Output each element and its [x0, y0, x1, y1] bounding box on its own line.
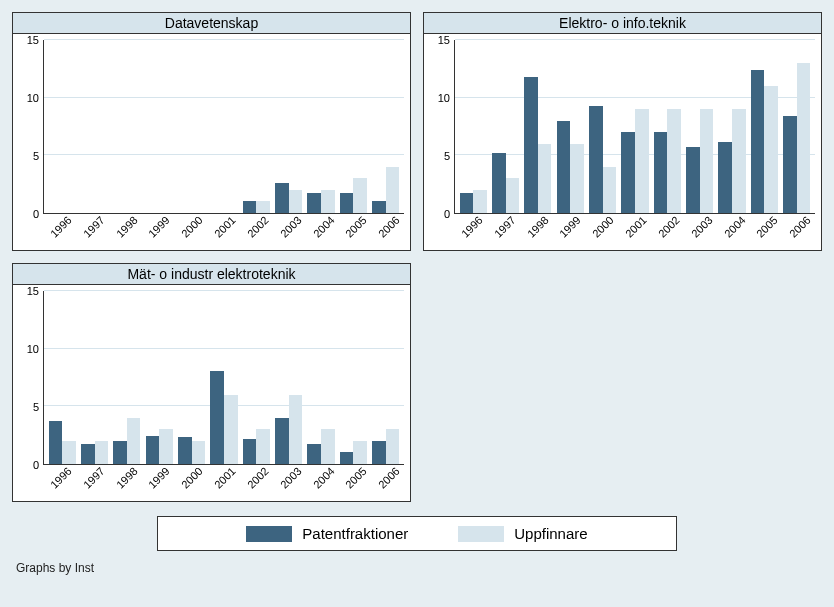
bar-group — [489, 40, 521, 213]
bar-uppfinnare — [797, 63, 811, 213]
bar-uppfinnare — [506, 178, 520, 213]
y-tick: 0 — [33, 459, 39, 471]
bar-group — [78, 291, 110, 464]
bar-group — [716, 40, 748, 213]
bar-group — [305, 291, 337, 464]
bar-group — [370, 291, 402, 464]
panel-title: Mät- o industr elektroteknik — [13, 264, 410, 285]
bar-patentfraktioner — [81, 444, 95, 464]
legend: Patentfraktioner Uppfinnare — [157, 516, 677, 551]
legend-label-2: Uppfinnare — [514, 525, 587, 542]
y-tick: 5 — [444, 150, 450, 162]
bar-group — [143, 40, 175, 213]
bar-group — [522, 40, 554, 213]
bar-patentfraktioner — [178, 437, 192, 464]
x-axis: 1996199719981999200020012002200320042005… — [43, 214, 404, 250]
bar-group — [457, 40, 489, 213]
bar-group — [208, 291, 240, 464]
y-tick: 15 — [27, 285, 39, 297]
bar-group — [273, 291, 305, 464]
y-tick: 15 — [27, 34, 39, 46]
bar-uppfinnare — [256, 429, 270, 464]
panel-title: Datavetenskap — [13, 13, 410, 34]
bar-uppfinnare — [635, 109, 649, 213]
bar-patentfraktioner — [340, 452, 354, 464]
bar-patentfraktioner — [307, 444, 321, 464]
bar-group — [175, 291, 207, 464]
y-tick: 0 — [33, 208, 39, 220]
bar-group — [46, 40, 78, 213]
y-tick: 10 — [27, 343, 39, 355]
bar-group — [111, 40, 143, 213]
x-tick: 2006 — [370, 208, 419, 257]
bar-group — [273, 40, 305, 213]
legend-item-2: Uppfinnare — [458, 525, 587, 542]
panel-empty — [423, 263, 822, 502]
x-tick: 2006 — [781, 208, 830, 257]
bar-patentfraktioner — [275, 418, 289, 464]
bar-patentfraktioner — [243, 439, 257, 464]
panel-2: Mät- o industr elektroteknik051015199619… — [12, 263, 411, 502]
bar-patentfraktioner — [492, 153, 506, 213]
bar-patentfraktioner — [146, 436, 160, 464]
bar-group — [370, 40, 402, 213]
bar-group — [46, 291, 78, 464]
y-axis: 051015 — [13, 40, 43, 214]
y-tick: 15 — [438, 34, 450, 46]
bar-patentfraktioner — [243, 201, 257, 213]
bar-patentfraktioner — [589, 106, 603, 213]
bar-uppfinnare — [732, 109, 746, 213]
bar-group — [651, 40, 683, 213]
bar-group — [748, 40, 780, 213]
panel-0: Datavetenskap051015199619971998199920002… — [12, 12, 411, 251]
bar-patentfraktioner — [460, 193, 474, 213]
swatch-patentfraktioner — [246, 526, 292, 542]
bar-patentfraktioner — [372, 441, 386, 464]
bar-patentfraktioner — [686, 147, 700, 213]
bar-uppfinnare — [538, 144, 552, 213]
legend-label-1: Patentfraktioner — [302, 525, 408, 542]
plot-area — [454, 40, 815, 214]
plot-area — [43, 291, 404, 465]
panel-1: Elektro- o info.teknik051015199619971998… — [423, 12, 822, 251]
bar-group — [337, 40, 369, 213]
bar-patentfraktioner — [654, 132, 668, 213]
bar-patentfraktioner — [372, 201, 386, 213]
x-axis: 1996199719981999200020012002200320042005… — [43, 465, 404, 501]
bar-uppfinnare — [667, 109, 681, 213]
swatch-uppfinnare — [458, 526, 504, 542]
bar-uppfinnare — [603, 167, 617, 213]
bar-uppfinnare — [159, 429, 173, 464]
bar-group — [143, 291, 175, 464]
bar-patentfraktioner — [751, 70, 765, 213]
bar-patentfraktioner — [275, 183, 289, 213]
y-tick: 0 — [444, 208, 450, 220]
bar-patentfraktioner — [113, 441, 127, 464]
bar-group — [684, 40, 716, 213]
bar-group — [111, 291, 143, 464]
bar-group — [781, 40, 813, 213]
bar-group — [586, 40, 618, 213]
panel-title: Elektro- o info.teknik — [424, 13, 821, 34]
bar-group — [78, 40, 110, 213]
bar-group — [554, 40, 586, 213]
bar-uppfinnare — [386, 167, 400, 213]
plot-area — [43, 40, 404, 214]
y-tick: 5 — [33, 150, 39, 162]
bar-patentfraktioner — [718, 142, 732, 214]
bar-group — [240, 40, 272, 213]
x-axis: 1996199719981999200020012002200320042005… — [454, 214, 815, 250]
bar-uppfinnare — [289, 395, 303, 464]
bar-patentfraktioner — [340, 193, 354, 213]
bar-uppfinnare — [570, 144, 584, 213]
panel-grid: Datavetenskap051015199619971998199920002… — [12, 12, 822, 502]
bar-group — [240, 291, 272, 464]
bar-patentfraktioner — [210, 371, 224, 464]
legend-item-1: Patentfraktioner — [246, 525, 408, 542]
bar-patentfraktioner — [557, 121, 571, 213]
bar-patentfraktioner — [783, 116, 797, 213]
bar-patentfraktioner — [49, 421, 63, 464]
bar-group — [305, 40, 337, 213]
bar-uppfinnare — [700, 109, 714, 213]
bar-uppfinnare — [224, 395, 238, 464]
